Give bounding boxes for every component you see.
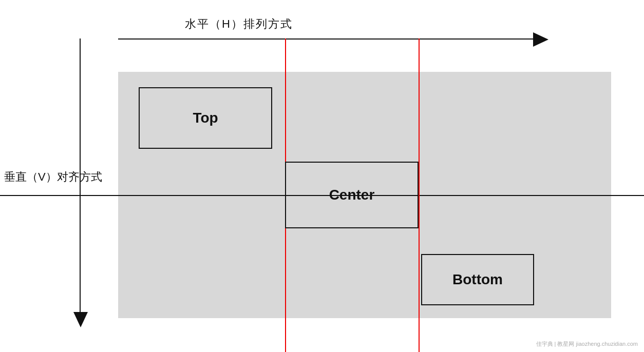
top-box: Top [139, 87, 272, 149]
center-box: Center [285, 162, 419, 228]
center-label: Center [329, 187, 375, 203]
red-vertical-line-2 [419, 38, 420, 352]
bottom-box: Bottom [421, 254, 534, 305]
top-label: Top [193, 110, 218, 126]
horizontal-label: 水平（H）排列方式 [185, 16, 293, 32]
horizontal-arrow [118, 38, 539, 40]
watermark: 佳宇典 | 教星网 jiaozheng.chuzidian.com [536, 340, 638, 348]
bottom-label: Bottom [452, 271, 503, 288]
vertical-label: 垂直（V）对齐方式 [4, 169, 102, 185]
